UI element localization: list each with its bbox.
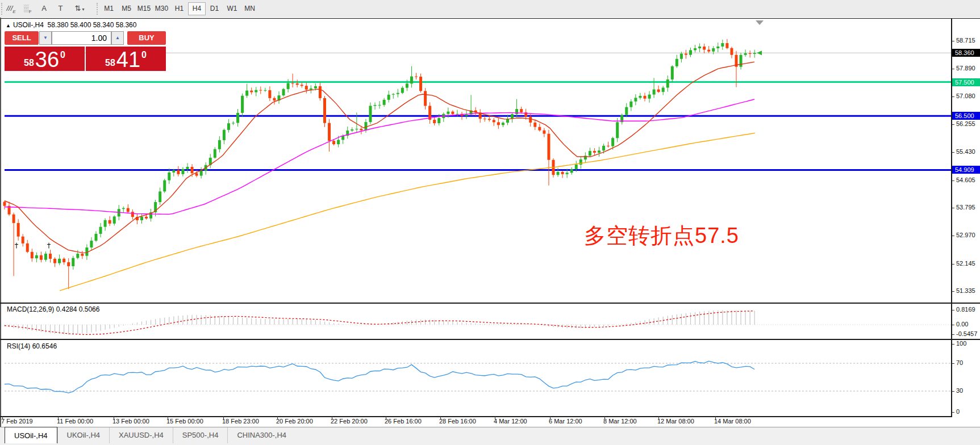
price-tick [952,96,954,97]
symbol-tab-bar: USOil-,H4UKOil-,H4XAUUSD-,H4SP500-,H4CHI… [0,427,980,443]
price-axis-label: 54.605 [956,177,975,183]
time-axis-label: 20 Feb 20:00 [276,418,313,425]
macd-axis-label: 0.00 [956,321,968,328]
andrews-pitchfork-icon[interactable]: ///E [3,2,19,15]
price-tick [952,236,954,236]
timeframe-M5[interactable]: M5 [118,2,135,15]
chart-symbol: USOil-,H4 [13,21,44,29]
arrows-tool-icon[interactable]: ⇅▾ [69,2,90,15]
timeframe-M30[interactable]: M30 [153,2,170,15]
time-axis-label: 8 Mar 12:00 [603,418,637,425]
price-axis-label: 57.080 [956,93,975,99]
time-axis-label: 11 Feb 00:00 [57,418,93,425]
scroll-to-end-marker-icon[interactable] [756,20,764,25]
price-tick [952,41,954,41]
spinner-up-icon: ▲ [115,35,120,40]
buy-price-panel[interactable]: 58 41 0 [86,47,166,71]
timeframe-MN[interactable]: MN [241,2,258,15]
macd-tick [952,334,954,335]
one-click-trading-widget: SELL ▼ ▲ BUY 58 36 0 58 41 0 [5,31,166,45]
timeframe-H4[interactable]: H4 [188,2,206,15]
toolbar-grip[interactable] [97,3,99,15]
buy-price-prefix: 58 [105,58,115,68]
price-axis-label: 56.255 [956,120,975,127]
time-axis-label: 26 Feb 16:00 [385,418,422,425]
rsi-axis-label: 30 [956,387,963,394]
rsi-indicator-plot[interactable] [0,340,952,416]
top-toolbar: ///E░FAT⇅▾ M1M5M15M30H1H4D1W1MN [0,0,980,18]
text-label-icon[interactable]: A [36,2,52,15]
chart-title: ▲USOil-,H4 58.380 58.400 58.340 58.360 [6,21,136,29]
rsi-tick [952,412,954,413]
price-axis-label: 58.715 [956,37,975,44]
rsi-axis-label: 100 [956,340,966,347]
rsi-label: RSI(14) 60.6546 [7,342,57,350]
time-axis-label: 14 Mar 08:00 [714,418,751,425]
price-tick [952,180,954,181]
rsi-axis-label: 0 [956,408,960,415]
sell-price-sup: 0 [60,51,65,60]
tab-ukoil-h4[interactable]: UKOil-,H4 [57,427,110,443]
price-tick [952,124,954,125]
price-axis-label: 51.335 [956,287,975,294]
price-badge-57.500: 57.500 [952,78,980,86]
textbox-icon[interactable]: T [53,2,68,15]
rsi-tick [952,344,954,345]
collapse-arrow-icon[interactable]: ▲ [6,23,11,28]
price-badge-58.360: 58.360 [952,49,980,57]
last-price-arrow [757,51,762,55]
time-axis-label: 7 Feb 2019 [1,418,33,425]
tab-sp500-h4[interactable]: SP500-,H4 [173,427,228,443]
price-tick [952,208,954,208]
price-axis-label: 55.430 [956,148,975,155]
time-axis-label: 22 Feb 20:00 [331,418,368,425]
macd-axis-label: 0.8169 [956,306,975,313]
tab-usoil-h4[interactable]: USOil-,H4 [5,427,57,443]
time-axis-label: 18 Feb 23:00 [222,418,259,425]
rsi-tick [952,391,954,392]
rsi-axis-label: 70 [956,359,963,366]
timeframe-D1[interactable]: D1 [206,2,223,15]
sell-button[interactable]: SELL [5,31,39,45]
price-tick [952,291,954,292]
sell-price-panel[interactable]: 58 36 0 [5,47,85,71]
time-axis-label: 13 Feb 00:00 [112,418,149,425]
macd-tick [952,310,954,310]
macd-axis-label: -0.5457 [956,330,977,337]
spinner-down-icon: ▼ [43,35,48,40]
time-axis-label: 6 Mar 12:00 [549,418,582,425]
macd-indicator-plot[interactable] [0,304,952,339]
macd-tick [952,325,954,325]
buy-button[interactable]: BUY [127,31,166,45]
chart-quotes: 58.380 58.400 58.340 58.360 [48,21,137,29]
volume-increase-button[interactable]: ▲ [111,31,124,45]
time-axis-label: 28 Feb 16:00 [439,418,476,425]
price-axis-label: 52.145 [956,260,975,267]
timeframe-M15[interactable]: M15 [135,2,153,15]
time-axis-border [0,416,952,417]
volume-input[interactable] [52,31,111,45]
buy-price-big: 41 [116,51,140,69]
price-badge-56.500: 56.500 [952,112,980,120]
fibonacci-grid-icon[interactable]: ░F [20,2,35,15]
timeframe-M1[interactable]: M1 [100,2,118,15]
price-tick [952,264,954,265]
tab-xauusd-h4[interactable]: XAUUSD-,H4 [109,427,173,443]
volume-decrease-button[interactable]: ▼ [39,31,52,45]
time-axis-label: 12 Mar 08:00 [657,418,694,425]
timeframe-H1[interactable]: H1 [170,2,188,15]
price-axis-label: 57.890 [956,65,975,72]
macd-label: MACD(12,26,9) 0.4284 0.5066 [7,305,99,313]
price-axis: 58.71557.89057.08056.25555.43054.60553.7… [952,0,980,445]
time-axis-label: 4 Mar 12:00 [494,418,527,425]
sell-price-big: 36 [35,51,59,69]
price-tick [952,152,954,153]
price-badge-54.909: 54.909 [952,166,980,174]
price-axis-label: 53.795 [956,204,975,211]
buy-price-sup: 0 [141,51,147,60]
price-tick [952,69,954,69]
tab-china300-h4[interactable]: CHINA300-,H4 [227,427,295,443]
timeframe-W1[interactable]: W1 [223,2,241,15]
rsi-tick [952,363,954,364]
price-axis-label: 52.970 [956,232,975,238]
